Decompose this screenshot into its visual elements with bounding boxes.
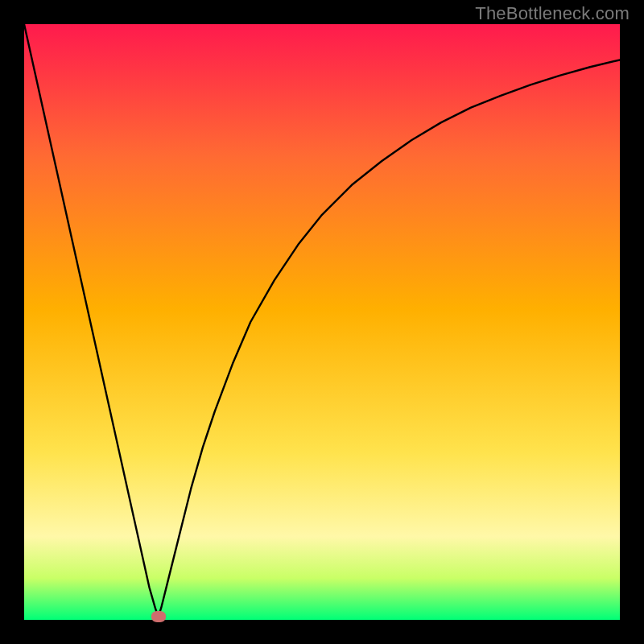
plot-area <box>24 24 620 620</box>
gradient-rect <box>24 24 620 620</box>
plot-svg <box>24 24 620 620</box>
watermark-text: TheBottleneck.com <box>475 3 630 24</box>
optimum-marker <box>151 611 166 622</box>
chart-frame: TheBottleneck.com <box>0 0 644 644</box>
